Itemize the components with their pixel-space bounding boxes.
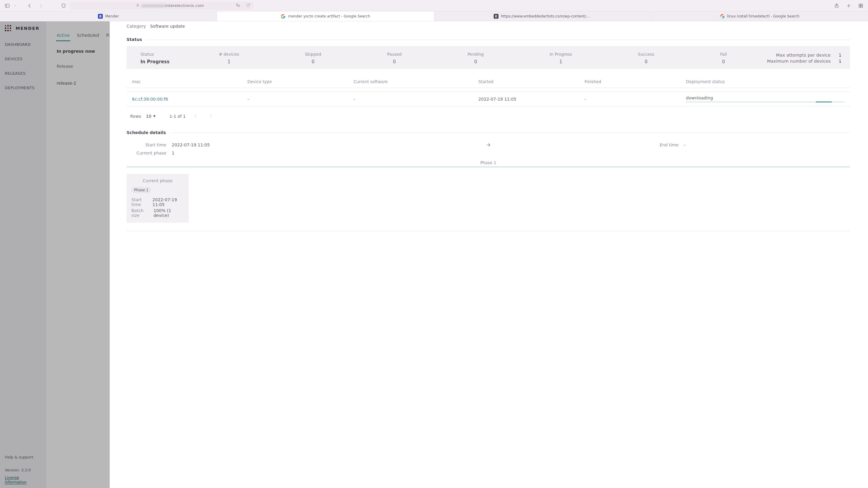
current-phase-card: Current phase Phase 1 Start time 2022-07…	[127, 174, 189, 223]
val-success: 0	[610, 59, 683, 64]
col-devices: # devices	[190, 52, 267, 59]
th-finished[interactable]: Finished	[585, 79, 683, 84]
pagination: Rows 10 ▼ 1-1 of 1	[130, 112, 846, 120]
prev-page-icon[interactable]	[190, 112, 201, 120]
favicon-box-icon: E	[494, 14, 498, 19]
divider	[127, 231, 850, 231]
schedule-section-header: Schedule details	[127, 130, 850, 135]
tab-overview-icon[interactable]	[858, 3, 864, 9]
th-mac[interactable]: mac	[132, 79, 244, 84]
col-skipped: Skipped	[276, 52, 350, 59]
cell-current-sw: -	[353, 97, 475, 101]
translate-icon[interactable]	[236, 3, 240, 8]
cell-device-type: -	[247, 97, 350, 101]
progress-fill	[816, 101, 832, 102]
browser-tab-1[interactable]: mender yocto create artifact - Google Se…	[217, 11, 434, 21]
status-section-header: Status	[127, 37, 850, 42]
back-icon[interactable]	[27, 3, 33, 9]
status-label: Status	[141, 52, 183, 59]
browser-tab-3[interactable]: linux install timedatectl - Google Searc…	[651, 11, 868, 21]
address-bar-wrap: xxxxxxxxxinterelectronix.com	[47, 1, 831, 10]
val-pending: 0	[439, 59, 512, 64]
privacy-shield-icon[interactable]	[61, 3, 67, 9]
reload-icon[interactable]	[246, 3, 250, 8]
card-start-label: Start time	[131, 197, 149, 207]
val-paused: 0	[359, 59, 430, 64]
sidebar-toggle-icon[interactable]	[4, 3, 10, 9]
next-page-icon[interactable]	[206, 112, 216, 120]
val-devices: 1	[190, 59, 267, 64]
phase-bar-track	[127, 166, 850, 167]
favicon-google-icon	[720, 14, 724, 19]
chevron-down-icon: ▼	[153, 115, 156, 118]
svg-rect-5	[859, 6, 861, 7]
svg-rect-6	[861, 6, 863, 7]
status-section-title: Status	[127, 37, 142, 42]
forward-icon	[38, 3, 44, 9]
page-range: 1-1 of 1	[169, 114, 186, 119]
new-tab-icon[interactable]	[846, 3, 852, 9]
card-batch-value: 100% (1 device)	[153, 208, 184, 218]
chrome-right	[834, 3, 864, 9]
col-fail: Fail	[692, 52, 755, 59]
phase-bar-label: Phase 1	[127, 160, 850, 165]
start-time-value: 2022-07-19 11:05	[172, 142, 211, 147]
share-icon[interactable]	[834, 3, 840, 9]
schedule-grid: Start time 2022-07-19 11:05 End time - C…	[127, 142, 850, 156]
deploy-status-label: downloading	[686, 96, 844, 100]
end-time-value: -	[684, 142, 689, 147]
col-inprogress: In Progress	[521, 52, 600, 59]
cell-started: 2022-07-19 11:05	[478, 97, 581, 101]
cell-deploy-status: downloading	[686, 96, 844, 102]
chevron-down-icon[interactable]	[12, 3, 18, 9]
address-host: xxxxxxxxxinterelectronix.com	[142, 3, 204, 8]
current-phase-value: 1	[172, 151, 211, 156]
address-bar[interactable]: xxxxxxxxxinterelectronix.com	[70, 1, 253, 10]
favicon-google-icon	[281, 14, 286, 19]
cell-finished: -	[585, 97, 683, 101]
table-row[interactable]: 6c:cf:39:00:00:f6 - - 2022-07-19 11:05 -…	[127, 92, 850, 106]
card-caption: Current phase	[131, 178, 184, 183]
browser-tabbar: B Mender mender yocto create artifact - …	[0, 11, 868, 22]
th-current-sw[interactable]: Current software	[353, 79, 475, 84]
lock-icon	[136, 3, 140, 8]
col-success: Success	[610, 52, 683, 59]
browser-tab-0[interactable]: B Mender	[0, 11, 217, 21]
max-devices-label: Maximum number of devices	[767, 59, 831, 64]
devices-table: mac Device type Current software Started…	[127, 76, 850, 106]
browser-chrome: xxxxxxxxxinterelectronix.com	[0, 0, 868, 11]
phase-bar: Phase 1	[127, 160, 850, 167]
col-paused: Paused	[359, 52, 430, 59]
max-attempts-label: Max attempts per device	[776, 53, 831, 58]
cell-mac[interactable]: 6c:cf:39:00:00:f6	[132, 97, 244, 101]
rows-select[interactable]: 10 ▼	[146, 114, 156, 119]
browser-tab-2[interactable]: E https://www.embeddedartists.com/wp-con…	[434, 11, 651, 21]
phase-pill: Phase 1	[131, 187, 151, 193]
status-right: Max attempts per device1 Maximum number …	[763, 52, 841, 65]
col-pending: Pending	[439, 52, 512, 59]
deployment-drawer: Category Software update Status Status I…	[110, 22, 868, 488]
svg-rect-4	[861, 4, 863, 5]
tab-label: https://www.embeddedartists.com/wp-conte…	[501, 14, 591, 19]
val-fail: 0	[692, 59, 755, 64]
card-start-value: 2022-07-19 11:05	[153, 197, 184, 207]
th-device-type[interactable]: Device type	[247, 79, 350, 84]
schedule-title: Schedule details	[127, 130, 166, 135]
status-box: Status In Progress # devices Skipped Pau…	[127, 46, 850, 69]
val-inprogress: 1	[521, 59, 600, 64]
category-row: Category Software update	[127, 24, 850, 29]
status-left: Status In Progress	[141, 52, 183, 64]
card-batch-label: Batch size	[131, 208, 150, 218]
current-phase-label: Current phase	[136, 151, 166, 156]
progress-bar	[686, 101, 844, 102]
arrow-right-icon	[482, 142, 494, 148]
tab-label: Mender	[105, 14, 119, 19]
val-skipped: 0	[276, 59, 350, 64]
th-started[interactable]: Started	[478, 79, 581, 84]
page-root: MENDER DASHBOARD DEVICES RELEASES DEPLOY…	[0, 22, 868, 488]
divider	[146, 39, 850, 40]
th-deploy-status[interactable]: Deployment status	[686, 79, 844, 84]
max-devices-value: 1	[837, 59, 841, 64]
svg-rect-1	[137, 5, 138, 7]
max-attempts-value: 1	[837, 53, 841, 58]
